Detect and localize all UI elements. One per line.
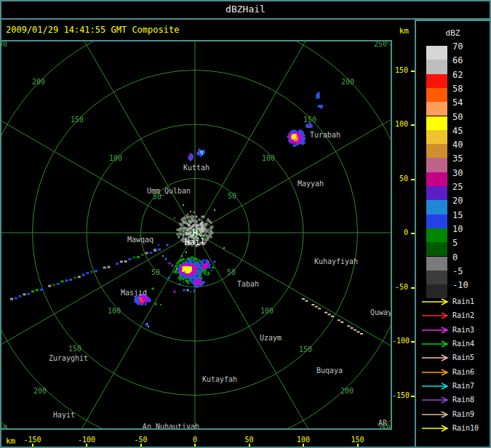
echo-dot: [179, 284, 181, 286]
echo-dot: [185, 252, 187, 253]
dbz-scale-label: 40: [452, 140, 463, 150]
bottom-axis-tick: [86, 444, 87, 447]
bottom-axis-tick: [140, 444, 142, 447]
bottom-axis-tick-label: -50: [127, 436, 156, 444]
dbz-scale-label: -5: [452, 267, 463, 276]
rain-track-arrow: [420, 340, 452, 348]
right-axis-tick-label: 0: [392, 228, 408, 236]
dbz-scale-swatch: [426, 284, 447, 298]
place-label-uzaym: Uzaym: [260, 334, 282, 342]
dbz-scale-swatch: [426, 242, 447, 256]
dbz-scale-swatch: [426, 172, 447, 186]
bottom-axis-tick-label: 150: [343, 436, 372, 444]
bottom-axis-tick: [194, 444, 196, 447]
rain-track-label: Rain8: [452, 395, 474, 404]
echo-ne-1: [316, 92, 320, 99]
dbz-scale-label: 45: [452, 127, 463, 136]
right-axis: 150100500-50-100-150: [392, 40, 415, 430]
dbz-scale-swatch: [426, 130, 447, 144]
place-label-ar: AR: [378, 419, 388, 427]
echo-dot: [190, 291, 191, 292]
echo-ne-2: [318, 105, 323, 109]
rain-track-arrow: [420, 353, 452, 362]
place-label-an-nuhautiyah: An Nuhautiyah: [143, 423, 199, 429]
radar-panel: 2502001501005025020015010050501001502002…: [0, 40, 392, 430]
rain-track-arrow: [420, 410, 452, 419]
ring-label: 100: [260, 307, 274, 315]
echo-dot: [214, 261, 216, 263]
radar-display: 2502001501005025020015010050501001502002…: [1, 41, 391, 428]
rain-track-label: Rain7: [452, 381, 474, 391]
place-label-kutayfah: Kutayfah: [202, 375, 237, 383]
dbz-scale-swatch: [426, 158, 447, 172]
bottom-axis-tick-label: 0: [180, 436, 209, 444]
rain-track-arrow: [420, 297, 452, 306]
ring-label: 200: [33, 387, 47, 395]
right-axis-tick-label: -150: [392, 391, 408, 399]
place-label-zurayghit: Zurayghit: [49, 354, 88, 362]
place-label-turabah: Turabah: [310, 131, 340, 139]
rain-track-label: Rain6: [452, 367, 474, 377]
azimuth-line: [49, 41, 195, 233]
bottom-axis-tick-label: -150: [18, 436, 47, 444]
storm-cell-turabah: [287, 130, 306, 147]
echo-dot: [176, 268, 177, 270]
echo-dot: [152, 288, 154, 290]
dbz-scale-label: 0: [452, 253, 458, 263]
ring-label: 200: [340, 387, 354, 395]
echo-dot: [181, 255, 183, 257]
echo-dot: [169, 263, 171, 265]
ring-label: 100: [109, 154, 122, 162]
rain-track-arrow: [420, 326, 452, 335]
ring-label: 50: [151, 268, 160, 276]
rain-track-label: Rain1: [452, 297, 474, 306]
radar-echoes: [10, 92, 363, 335]
right-axis-tick-label: -100: [392, 337, 408, 345]
radar-site-marker: H: [192, 228, 197, 238]
dbz-scale-label: 20: [452, 196, 463, 206]
dbz-legend-title: dBZ: [416, 28, 490, 38]
dbz-scale-label: 5: [452, 239, 458, 248]
bottom-axis-tick-label: 50: [235, 436, 264, 444]
dbz-scale-swatch: [426, 257, 447, 271]
dbz-scale-label: 35: [452, 154, 463, 164]
dbz-scale-label: 30: [452, 169, 463, 178]
bottom-axis-unit-label: km: [6, 436, 15, 446]
storm-cell-south: [174, 257, 211, 288]
echo-dot: [193, 212, 195, 213]
azimuth-line: [1, 87, 195, 233]
echo-dot: [212, 267, 215, 269]
bottom-axis-tick: [32, 444, 33, 447]
ring-label: 50: [227, 268, 236, 276]
place-label-masjid: Masjid: [121, 289, 147, 297]
dbz-scale-label: 15: [452, 211, 463, 220]
right-axis-tick-label: 100: [392, 120, 408, 128]
ring-label: 150: [71, 116, 84, 124]
place-label-tabah: Tabah: [237, 280, 259, 288]
rain-track-arrow: [420, 424, 452, 433]
azimuth-line: [1, 233, 195, 378]
right-axis-unit-label: km: [399, 26, 409, 36]
echo-dot: [208, 273, 210, 275]
place-label-buqaya: Buqaya: [316, 367, 343, 375]
dbz-scale-label: -10: [452, 281, 468, 290]
echo-dot: [174, 291, 176, 293]
dbz-scale-swatch: [426, 46, 447, 60]
bottom-axis-tick: [249, 444, 250, 447]
place-label-mawqaq: Mawqaq: [127, 236, 153, 244]
right-axis-tick-label: 150: [392, 66, 408, 74]
echo-dot: [162, 255, 164, 257]
dbz-scale-swatch: [426, 271, 447, 284]
dbz-scale-swatch: [426, 116, 447, 130]
echo-dot: [160, 304, 161, 305]
window-title: dBZHail: [225, 4, 266, 15]
rain-track-label: Rain9: [452, 409, 474, 419]
echo-ne-3: [306, 123, 313, 128]
dbz-scale-swatch: [426, 88, 447, 102]
ring-label: 250: [1, 424, 7, 429]
echo-dot: [172, 265, 174, 267]
dbz-scale-swatch: [426, 102, 447, 116]
dbz-scale-label: 25: [452, 183, 463, 192]
echo-dot: [168, 277, 170, 279]
dbz-scale-swatch: [426, 200, 447, 214]
